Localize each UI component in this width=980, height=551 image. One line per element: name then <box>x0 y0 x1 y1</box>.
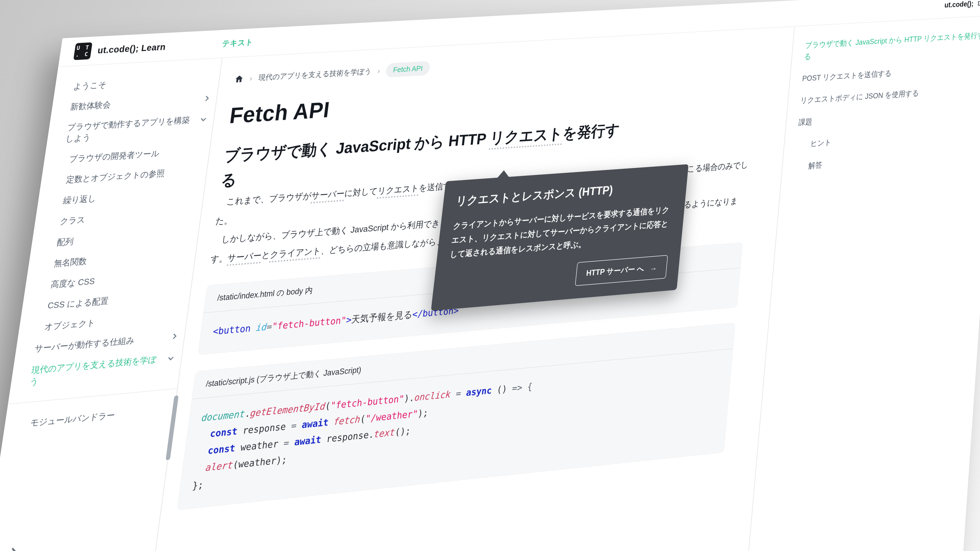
sidebar-item[interactable]: 定数とオブジェクトの参照 <box>59 165 199 186</box>
toc-item[interactable]: 課題 <box>798 105 980 128</box>
sidebar-item[interactable]: 高度な CSS <box>43 268 185 291</box>
sidebar-item-label: モジュールバンドラー <box>30 410 116 429</box>
toc-item[interactable]: 解答 <box>794 148 979 173</box>
sidebar-item[interactable]: 配列 <box>49 227 191 249</box>
sidebar-item-label: オブジェクト <box>44 317 96 333</box>
brand-title[interactable]: ut.code(); Learn <box>97 42 166 56</box>
sidebar-item[interactable]: 無名関数 <box>46 248 188 270</box>
nav-text-link[interactable]: テキスト <box>221 37 254 49</box>
breadcrumb-current-pill: Fetch API <box>385 61 430 78</box>
sidebar-item-label: 新歓体験会 <box>70 99 112 113</box>
home-icon[interactable] <box>234 74 244 84</box>
tooltip-http-server-button[interactable]: HTTP サーバー へ → <box>575 255 668 286</box>
sidebar-item-label: 現代のアプリを支える技術を学ぼう <box>29 353 165 388</box>
arrow-right-icon: → <box>649 263 657 272</box>
toc-item[interactable]: ブラウザで動く JavaScript から HTTP リクエストを発行する <box>803 29 980 62</box>
code-card-js: /static/script.js (ブラウザ上で動く JavaScript) … <box>177 323 735 510</box>
external-site-link[interactable]: ut.code(); <box>944 0 980 10</box>
sidebar-item-label: 繰り返し <box>62 193 97 206</box>
underlined-term[interactable]: サーバー <box>310 189 345 203</box>
sidebar-item[interactable]: CSS による配置 <box>40 289 182 312</box>
chevron-icon <box>201 116 206 121</box>
utcode-logo[interactable]: U T . C <box>73 42 92 60</box>
sidebar-item[interactable]: モジュールバンドラー <box>23 405 166 430</box>
tooltip-arrow <box>497 170 510 178</box>
logo-line2: . C <box>75 51 89 58</box>
toc-item-label: 解答 <box>808 160 822 170</box>
underlined-term[interactable]: リクエスト <box>489 125 564 150</box>
sidebar-item-label: CSS による配置 <box>47 295 110 312</box>
external-brand-label: ut.code(); <box>944 0 974 10</box>
sidebar-item[interactable]: 繰り返し <box>56 186 196 207</box>
sidebar-item-label: 配列 <box>56 236 74 248</box>
chevron-icon <box>171 333 177 339</box>
breadcrumb-separator: › <box>377 67 380 75</box>
toc-item-label: ヒント <box>810 138 832 148</box>
toc-item[interactable]: POST リクエストを送信する <box>802 62 980 84</box>
toc-item-label: 課題 <box>798 118 813 127</box>
main-content: › 現代のアプリを支える技術を学ぼう › Fetch API Fetch API… <box>142 27 794 551</box>
sidebar-item-label: ブラウザで動作するアプリを構築しよう <box>65 114 198 144</box>
external-link-icon <box>977 0 980 7</box>
underlined-term[interactable]: サーバー <box>227 251 262 266</box>
sidebar-item[interactable]: ようこそ <box>73 73 211 92</box>
toc-item-label: POST リクエストを送信する <box>802 69 892 83</box>
toc-item[interactable]: ヒント <box>796 126 980 151</box>
chevron-icon <box>168 354 173 360</box>
sidebar-item[interactable]: サーバーが動作する仕組み <box>34 331 177 355</box>
sidebar-item-label: ようこそ <box>73 79 107 92</box>
screenshot-canvas: U T . C ut.code(); Learn テキスト ut.code();… <box>0 0 980 551</box>
toc-list: ブラウザで動く JavaScript から HTTP リクエストを発行する PO… <box>794 29 980 172</box>
breadcrumb-section-link[interactable]: 現代のアプリを支える技術を学ぼう <box>258 66 372 83</box>
logo-line1: U T <box>76 44 91 52</box>
sidebar-item-label: ブラウザの開発者ツール <box>68 148 160 165</box>
sidebar-item-label: 高度な CSS <box>50 275 96 291</box>
breadcrumb-separator: › <box>249 74 253 83</box>
sidebar-item-label: クラス <box>59 214 86 227</box>
underlined-term[interactable]: クライアント <box>269 246 321 263</box>
sidebar-divider <box>8 388 177 404</box>
sidebar-item[interactable]: クラス <box>52 206 193 228</box>
sidebar-item-label: サーバーが動作する仕組み <box>34 335 135 355</box>
toc-item-label: ブラウザで動く JavaScript から HTTP リクエストを発行する <box>804 31 980 61</box>
toc-item-label: リクエストボディに JSON を使用する <box>800 89 919 105</box>
toc-item[interactable]: リクエストボディに JSON を使用する <box>800 83 980 106</box>
sidebar-item[interactable]: 現代のアプリを支える技術を学ぼう <box>29 352 173 388</box>
chevron-icon <box>204 96 209 101</box>
underlined-term[interactable]: リクエスト <box>377 183 420 199</box>
page-sheet: U T . C ut.code(); Learn テキスト ut.code();… <box>0 0 980 551</box>
sidebar-item[interactable]: 新歓体験会 <box>70 94 209 113</box>
tooltip-body: クライアントからサーバーに対しサービスを要求する通信をリクエスト、リクエストに対… <box>449 203 673 262</box>
sidebar-collapse-chevron-icon[interactable] <box>7 548 17 551</box>
sidebar-item[interactable]: オブジェクト <box>37 310 179 333</box>
sidebar-item[interactable]: ブラウザで動作するアプリを構築しよう <box>65 114 206 144</box>
sidebar-item-label: 無名関数 <box>53 256 88 269</box>
term-tooltip: リクエストとレスポンス (HTTP) クライアントからサーバーに対しサービスを要… <box>431 164 689 311</box>
tooltip-button-label: HTTP サーバー へ <box>586 263 645 279</box>
sidebar-item-label: 定数とオブジェクトの参照 <box>65 168 165 186</box>
sidebar-item[interactable]: ブラウザの開発者ツール <box>62 145 202 165</box>
